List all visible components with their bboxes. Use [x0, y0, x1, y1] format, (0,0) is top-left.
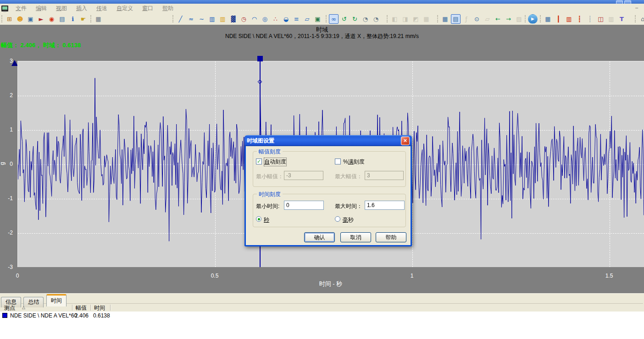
- zoom-window-icon[interactable]: ⊙: [472, 14, 482, 24]
- window-minimize-button[interactable]: [616, 0, 623, 4]
- band-cursor-icon[interactable]: ▥: [564, 14, 574, 24]
- auto-scale-checkbox[interactable]: ✓: [256, 159, 262, 164]
- ok-button[interactable]: 确认: [304, 232, 335, 242]
- spectrum-lines-icon[interactable]: ▥: [606, 14, 616, 24]
- project-tree-icon[interactable]: ⊞: [5, 14, 14, 24]
- min-amplitude-field[interactable]: [284, 171, 323, 180]
- sine-chart-icon[interactable]: ∼: [197, 14, 206, 24]
- waveform-chart-icon[interactable]: ≈: [186, 14, 196, 24]
- seconds-radio[interactable]: [256, 216, 261, 222]
- menu-view[interactable]: 视图: [51, 4, 72, 13]
- max-amplitude-field[interactable]: [365, 171, 404, 180]
- single-cursor-icon[interactable]: ┃: [554, 14, 563, 24]
- dual-spectrum-icon[interactable]: ▓: [228, 14, 238, 24]
- help-button[interactable]: 帮助: [376, 232, 406, 242]
- mdi-minimize-button[interactable]: –: [633, 5, 640, 11]
- column-divider[interactable]: [110, 305, 111, 311]
- spectrum-chart-icon[interactable]: ▥: [207, 14, 217, 24]
- cascade-windows-icon[interactable]: ◩: [411, 14, 421, 24]
- split-view-icon[interactable]: ▤: [451, 14, 461, 24]
- trend-chart-icon[interactable]: ╱: [176, 14, 185, 24]
- percent-scale-label[interactable]: %满刻度: [343, 158, 365, 166]
- zoom-previous-icon[interactable]: ↺: [339, 14, 349, 24]
- window-maximize-button[interactable]: [624, 0, 631, 4]
- auto-scale-label[interactable]: 自动刻度: [264, 158, 286, 166]
- sort-ascending-icon[interactable]: △: [22, 305, 25, 310]
- menu-file[interactable]: 文件: [11, 4, 31, 13]
- max-amplitude-label: 最大幅值：: [335, 173, 362, 180]
- time-domain-settings-dialog: 时域图设置 × 幅值刻度 ✓ 自动刻度 %满刻度 最小幅值： 最大幅值： 时间刻…: [244, 136, 412, 246]
- machine-manager-icon[interactable]: ☻: [15, 14, 25, 24]
- toolbar-group-windows: ◧◨◩▦: [387, 14, 432, 24]
- close-icon[interactable]: ×: [401, 137, 410, 145]
- peak-marker-icon[interactable]: ◫: [596, 14, 605, 24]
- bode-chart-icon[interactable]: ◒: [281, 14, 291, 24]
- cancel-button[interactable]: 取消: [340, 232, 371, 242]
- hand-tag-icon[interactable]: ☛: [78, 14, 88, 24]
- tile-horizontal-icon[interactable]: ◧: [390, 14, 400, 24]
- route-icon[interactable]: ►: [36, 14, 46, 24]
- column-header-amplitude[interactable]: 幅值: [76, 304, 87, 312]
- play-icon[interactable]: ▶: [528, 14, 538, 24]
- text-annotation-icon[interactable]: T: [617, 14, 627, 24]
- max-time-field[interactable]: [365, 201, 405, 210]
- column-divider[interactable]: [72, 305, 73, 311]
- band-zoom-icon[interactable]: ∞: [329, 14, 339, 24]
- y-axis-cursor-marker[interactable]: [11, 60, 18, 66]
- column-header-time[interactable]: 时间: [94, 304, 105, 312]
- alarm-icon[interactable]: ◉: [47, 14, 56, 24]
- table-row[interactable]: NDE SIDE \ NDE A VEL*60 2.406 0.6138: [0, 312, 644, 319]
- column-header-point[interactable]: 测点: [4, 304, 15, 312]
- min-time-field[interactable]: [284, 201, 324, 210]
- menu-transfer[interactable]: 传送: [92, 4, 112, 13]
- print-icon[interactable]: ▦: [94, 14, 103, 24]
- column-divider[interactable]: [90, 305, 91, 311]
- toolbar-group-machine: ⌂: [635, 14, 644, 24]
- menu-help[interactable]: 帮助: [158, 4, 178, 13]
- scatter-chart-icon[interactable]: ∴: [271, 14, 280, 24]
- monitor-view-icon[interactable]: ▣: [313, 14, 322, 24]
- zoom-next-icon[interactable]: ↻: [350, 14, 360, 24]
- import-waveform-icon[interactable]: ←: [493, 14, 503, 24]
- tab-time[interactable]: 时间: [46, 294, 67, 306]
- amplitude-spectrum-icon[interactable]: ▥: [218, 14, 228, 24]
- dialog-titlebar[interactable]: 时域图设置 ×: [244, 135, 412, 146]
- x-tick-1: 1: [403, 273, 421, 279]
- milliseconds-label[interactable]: 毫秒: [343, 216, 354, 224]
- toolbar-group-view: ▦▤ƒ⊙▱←→▨: [437, 14, 525, 24]
- cursor-top-marker[interactable]: [257, 56, 263, 61]
- gauge-icon[interactable]: ◷: [239, 14, 249, 24]
- menu-insert[interactable]: 插入: [72, 4, 92, 13]
- seconds-label[interactable]: 秒: [264, 216, 269, 224]
- orbit-chart-icon[interactable]: ◎: [260, 14, 270, 24]
- mini-grid-icon[interactable]: ▦: [543, 14, 553, 24]
- datasheet-icon[interactable]: ▦: [440, 14, 450, 24]
- image-viewer-icon[interactable]: ▣: [26, 14, 35, 24]
- min-amplitude-label: 最小幅值：: [256, 173, 283, 180]
- overlay-icon[interactable]: ▱: [483, 14, 492, 24]
- sideband-cursor-icon[interactable]: ┊: [585, 14, 595, 24]
- toolbar-group-play: ▶: [525, 14, 539, 24]
- harmonic-cursor-icon[interactable]: ┋: [575, 14, 584, 24]
- y-tick-m1: -1: [1, 195, 13, 202]
- percent-scale-checkbox[interactable]: [335, 159, 341, 164]
- arrange-icons-icon[interactable]: ▦: [422, 14, 431, 24]
- milliseconds-radio[interactable]: [335, 216, 340, 222]
- waterfall-chart-icon[interactable]: ≡: [292, 14, 301, 24]
- report-icon[interactable]: ▤: [57, 14, 67, 24]
- toolbar-group-print: ▦: [90, 14, 104, 24]
- cascade-chart-icon[interactable]: ▱: [302, 14, 312, 24]
- menu-customize[interactable]: 自定义: [112, 4, 138, 13]
- machine-train-icon[interactable]: ⌂: [638, 14, 644, 24]
- export-waveform-icon[interactable]: →: [504, 14, 513, 24]
- time-step-forward-icon[interactable]: ◔: [371, 14, 381, 24]
- menu-window[interactable]: 窗口: [138, 4, 158, 13]
- menu-edit[interactable]: 编辑: [31, 4, 51, 13]
- snapshot-icon[interactable]: ▨: [514, 14, 524, 24]
- bottom-panel: 信息 总结 时间 测点 △ 幅值 时间 NDE SIDE \ NDE A VEL…: [0, 293, 644, 339]
- envelope-chart-icon[interactable]: ◠: [250, 14, 259, 24]
- expression-icon[interactable]: ƒ: [461, 14, 471, 24]
- time-step-back-icon[interactable]: ◔: [361, 14, 370, 24]
- info-icon[interactable]: ℹ: [68, 14, 78, 24]
- tile-vertical-icon[interactable]: ◨: [400, 14, 410, 24]
